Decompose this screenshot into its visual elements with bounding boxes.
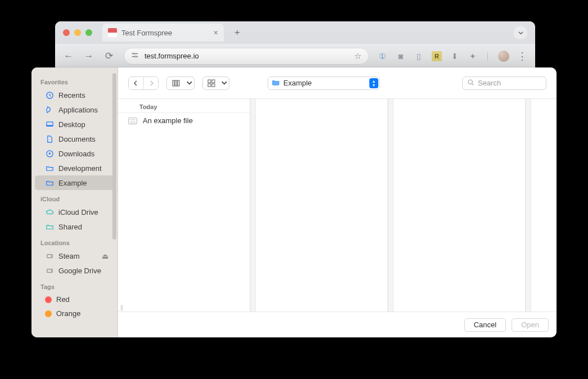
- cancel-button-label: Cancel: [474, 321, 496, 329]
- window-minimize-button[interactable]: [74, 29, 81, 36]
- sidebar-item-google-drive[interactable]: Google Drive: [35, 263, 114, 278]
- column-2[interactable]: [256, 99, 388, 312]
- dialog-footer: Cancel Open: [118, 312, 557, 337]
- sidebar-item-shared[interactable]: Shared: [35, 219, 114, 234]
- svg-point-0: [133, 53, 135, 55]
- column-divider[interactable]: ∥: [250, 99, 256, 312]
- view-mode-selector[interactable]: [166, 76, 195, 90]
- sidebar-item-label: Google Drive: [58, 267, 101, 275]
- svg-point-9: [51, 270, 52, 271]
- sidebar-item-label: Recents: [58, 91, 85, 100]
- svg-rect-15: [208, 84, 211, 87]
- sidebar-item-downloads[interactable]: Downloads: [35, 146, 114, 161]
- chevron-up-icon: ▲: [372, 79, 376, 83]
- sidebar-tag-red[interactable]: Red: [35, 292, 114, 306]
- traffic-lights: [63, 29, 92, 36]
- disk-icon: [45, 266, 54, 275]
- file-icon: [128, 118, 137, 124]
- sidebar-item-label: Steam: [58, 252, 80, 260]
- sidebar-item-documents[interactable]: Documents: [35, 132, 114, 146]
- site-settings-icon[interactable]: [131, 51, 139, 61]
- open-button[interactable]: Open: [512, 318, 549, 332]
- extension-download-icon[interactable]: ⬇: [450, 51, 460, 61]
- bookmark-star-icon[interactable]: ☆: [354, 51, 361, 61]
- sidebar-item-label: Example: [58, 179, 87, 187]
- extension-notes-icon[interactable]: ▯: [414, 51, 424, 61]
- current-folder-popup[interactable]: Example ▲ ▼: [268, 76, 380, 90]
- sidebar-item-steam[interactable]: Steam ⏏: [35, 249, 114, 263]
- extension-icons: ① ◙ ▯ R ⬇ ✦ │ ⋮: [378, 50, 527, 62]
- svg-rect-11: [175, 80, 177, 86]
- browser-menu-button[interactable]: ⋮: [517, 50, 527, 62]
- folder-popup-stepper[interactable]: ▲ ▼: [369, 78, 378, 88]
- window-close-button[interactable]: [63, 29, 70, 36]
- chevron-down-icon: [220, 77, 229, 89]
- sidebar-item-desktop[interactable]: Desktop: [35, 117, 114, 132]
- svg-rect-14: [212, 80, 215, 83]
- disk-icon: [45, 251, 54, 260]
- sidebar-section-icloud: iCloud: [31, 190, 117, 205]
- sidebar-item-icloud-drive[interactable]: iCloud Drive: [35, 205, 114, 219]
- url-text: test.formspree.io: [144, 52, 199, 60]
- window-maximize-button[interactable]: [85, 29, 92, 36]
- group-by-selector[interactable]: [202, 76, 229, 90]
- column-1[interactable]: Today An example file: [118, 99, 250, 312]
- browser-tab[interactable]: Test Formspree ×: [102, 24, 224, 42]
- sidebar-item-label: Development: [58, 164, 102, 173]
- chevron-down-icon: [185, 77, 194, 89]
- tag-dot-icon: [45, 310, 52, 317]
- nav-forward-button[interactable]: →: [83, 51, 94, 62]
- sidebar-tag-orange[interactable]: Orange: [35, 306, 114, 321]
- column-3[interactable]: [393, 99, 526, 312]
- eject-icon[interactable]: ⏏: [102, 252, 108, 260]
- cloud-icon: [45, 207, 54, 216]
- folder-icon: [45, 164, 54, 173]
- nav-back-button[interactable]: [129, 77, 143, 89]
- file-open-dialog: Favorites Recents Applications Desktop D…: [31, 67, 557, 337]
- column-date-header: Today: [118, 101, 250, 113]
- open-button-label: Open: [521, 321, 539, 329]
- address-bar[interactable]: test.formspree.io ☆: [124, 48, 369, 65]
- columns-view-icon: [167, 77, 185, 89]
- column-view: Today An example file ∥: [118, 99, 557, 312]
- extension-camera-icon[interactable]: ◙: [396, 51, 406, 61]
- tab-title: Test Formspree: [121, 29, 172, 37]
- download-icon: [45, 149, 54, 158]
- file-row[interactable]: An example file: [118, 113, 250, 128]
- sidebar-scrollbar[interactable]: [112, 73, 116, 240]
- tab-favicon-icon: [108, 28, 117, 37]
- app-icon: [45, 105, 54, 114]
- sidebar-item-applications[interactable]: Applications: [35, 102, 114, 117]
- sidebar-item-label: Downloads: [58, 150, 94, 158]
- extension-r-icon[interactable]: R: [432, 51, 442, 61]
- tag-dot-icon: [45, 296, 52, 303]
- nav-back-button[interactable]: ←: [63, 51, 74, 62]
- sidebar-item-development[interactable]: Development: [35, 161, 114, 175]
- reload-button[interactable]: ⟳: [103, 50, 115, 62]
- cancel-button[interactable]: Cancel: [464, 318, 506, 332]
- sidebar-section-favorites: Favorites: [31, 73, 117, 88]
- tab-overflow-button[interactable]: [514, 26, 527, 39]
- document-icon: [45, 134, 54, 143]
- column-divider[interactable]: [526, 99, 531, 312]
- tab-close-button[interactable]: ×: [214, 28, 218, 37]
- chevron-down-icon: [518, 30, 524, 36]
- extension-1password-icon[interactable]: ①: [378, 51, 388, 61]
- profile-avatar[interactable]: [498, 51, 509, 62]
- svg-rect-4: [46, 125, 52, 126]
- search-input[interactable]: [478, 79, 541, 87]
- column-4[interactable]: [531, 99, 554, 312]
- column-resize-handle[interactable]: ∥: [118, 304, 126, 310]
- new-tab-button[interactable]: +: [229, 27, 245, 38]
- nav-forward-button[interactable]: [143, 77, 158, 89]
- sidebar-item-example[interactable]: Example: [35, 175, 114, 190]
- browser-toolbar: ← → ⟳ test.formspree.io ☆ ① ◙ ▯ R ⬇ ✦ │ …: [55, 44, 535, 69]
- extensions-puzzle-icon[interactable]: ✦: [468, 51, 478, 61]
- sidebar-item-label: Red: [56, 295, 70, 304]
- desktop-icon: [45, 120, 54, 129]
- dialog-sidebar: Favorites Recents Applications Desktop D…: [31, 67, 118, 337]
- sidebar-item-recents[interactable]: Recents: [35, 88, 114, 102]
- column-divider[interactable]: [388, 99, 393, 312]
- search-field[interactable]: [462, 76, 546, 90]
- dialog-toolbar: Example ▲ ▼: [118, 67, 557, 99]
